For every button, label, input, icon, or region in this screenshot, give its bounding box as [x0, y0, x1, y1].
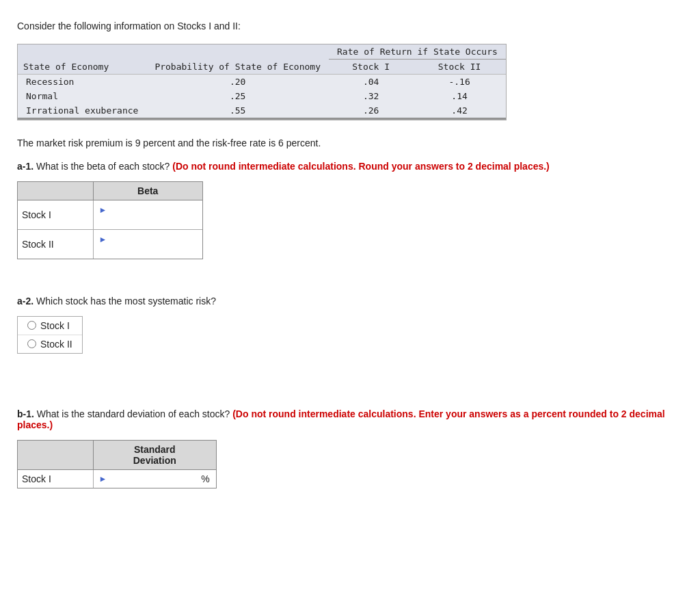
- beta-stock1-label: Stock I: [18, 200, 93, 229]
- question-a1-section: a-1. What is the beta of each stock? (Do…: [17, 161, 683, 282]
- state-header: State of Economy: [18, 60, 146, 75]
- rate-of-return-header: Rate of Return if State Occurs: [329, 44, 506, 60]
- intro-text: Consider the following information on St…: [17, 21, 683, 31]
- beta-stock1-row: Stock I ►: [18, 200, 202, 229]
- beta-header: Beta: [93, 182, 202, 200]
- sd-stock1-row: Stock I ► %: [18, 469, 216, 488]
- arrow-icon-stock1: ►: [99, 205, 107, 215]
- beta-stock1-input[interactable]: [99, 215, 198, 226]
- stock2-header: Stock II: [413, 60, 506, 75]
- q-a1-instruction: (Do not round intermediate calculations.…: [172, 161, 550, 172]
- sd-stock1-label: Stock I: [18, 469, 93, 488]
- stocks-info-table: Rate of Return if State Occurs State of …: [17, 44, 507, 120]
- question-a1-heading: a-1. What is the beta of each stock? (Do…: [17, 161, 683, 172]
- arrow-icon-sd-stock1: ►: [99, 474, 107, 484]
- beta-stock2-label: Stock II: [18, 229, 93, 259]
- question-b1-section: b-1. What is the standard deviation of e…: [17, 408, 683, 511]
- q-a2-label: a-2.: [17, 296, 33, 306]
- sd-header: Standard Deviation: [93, 441, 216, 470]
- q-b1-instruction: (Do not round intermediate calculations.…: [17, 408, 665, 430]
- sd-empty-header: [18, 441, 93, 470]
- radio-stock2-option[interactable]: Stock II: [18, 335, 82, 353]
- radio-stock2-label: Stock II: [40, 339, 72, 350]
- question-a2-heading: a-2. Which stock has the most systematic…: [17, 296, 683, 306]
- beta-table-wrapper: Beta Stock I ► Stock II ►: [17, 181, 203, 259]
- radio-stock1[interactable]: [27, 321, 36, 330]
- stock1-header: Stock I: [329, 60, 413, 75]
- beta-stock2-cell[interactable]: ►: [93, 229, 202, 259]
- table-row: Irrational exuberance .55 .26 .42: [18, 103, 506, 118]
- beta-stock2-input[interactable]: [99, 244, 198, 255]
- market-risk-text: The market risk premium is 9 percent and…: [17, 138, 683, 148]
- prob-header: Probability of State of Economy: [146, 60, 329, 75]
- radio-stock1-label: Stock I: [40, 320, 70, 331]
- q-a1-label: a-1.: [17, 161, 33, 172]
- table-row: Normal .25 .32 .14: [18, 89, 506, 103]
- radio-stock2[interactable]: [27, 339, 36, 348]
- radio-options-wrapper: Stock I Stock II: [17, 316, 83, 354]
- table-row: Recession .20 .04 -.16: [18, 75, 506, 90]
- percent-sign-stock1: %: [201, 473, 209, 484]
- arrow-icon-stock2: ►: [99, 235, 107, 244]
- beta-empty-header: [18, 182, 93, 200]
- sd-stock1-input[interactable]: [109, 473, 199, 484]
- question-a2-section: a-2. Which stock has the most systematic…: [17, 296, 683, 354]
- sd-stock1-cell[interactable]: ► %: [93, 469, 216, 488]
- radio-stock1-option[interactable]: Stock I: [18, 317, 82, 335]
- sd-table-wrapper: Standard Deviation Stock I ► %: [17, 440, 217, 488]
- beta-stock2-row: Stock II ►: [18, 229, 202, 259]
- question-b1-heading: b-1. What is the standard deviation of e…: [17, 408, 683, 430]
- beta-stock1-cell[interactable]: ►: [93, 200, 202, 229]
- q-b1-label: b-1.: [17, 408, 34, 419]
- spacer: [17, 367, 683, 408]
